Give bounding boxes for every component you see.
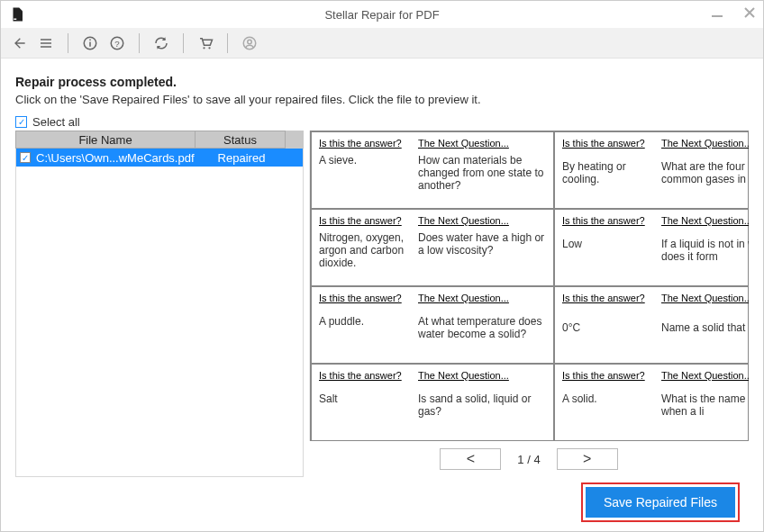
svg-rect-3 xyxy=(89,39,91,41)
card-answer: A puddle. xyxy=(319,315,409,348)
separator xyxy=(139,33,140,53)
row-filename: C:\Users\Own...wMeCards.pdf xyxy=(34,151,196,165)
close-button[interactable] xyxy=(741,5,758,21)
answer-header: Is this the answer? xyxy=(562,215,652,234)
app-logo-icon xyxy=(8,5,26,23)
svg-point-9 xyxy=(248,40,252,44)
page-subtext: Click on the 'Save Repaired Files' to sa… xyxy=(15,93,749,106)
prev-page-button[interactable]: < xyxy=(440,448,501,470)
question-header: The Next Question... xyxy=(661,138,749,157)
preview-card: Is this the answer?The Next Question...0… xyxy=(554,286,749,364)
row-status: Repaired xyxy=(196,151,286,165)
refresh-icon[interactable] xyxy=(152,34,170,52)
menu-icon[interactable] xyxy=(37,34,55,52)
card-question: At what temperature does water become a … xyxy=(418,315,546,348)
separator xyxy=(183,33,184,53)
pdf-page-preview: Is this the answer?The Next Question...A… xyxy=(310,131,749,441)
select-all-label: Select all xyxy=(32,115,80,129)
question-header: The Next Question... xyxy=(418,138,546,150)
select-all-checkbox[interactable]: ✓ xyxy=(15,116,27,128)
table-row[interactable]: ✓ C:\Users\Own...wMeCards.pdf Repaired xyxy=(16,149,303,167)
card-question: Is sand a solid, liquid or gas? xyxy=(418,392,546,426)
answer-header: Is this the answer? xyxy=(319,215,409,228)
page-counter: 1 / 4 xyxy=(517,453,540,466)
user-icon[interactable] xyxy=(241,34,259,52)
table-header: File Name Status xyxy=(15,131,304,149)
question-header: The Next Question... xyxy=(418,215,546,228)
svg-rect-2 xyxy=(89,41,91,46)
separator xyxy=(227,33,228,53)
card-question: Does water have a high or a low viscosit… xyxy=(418,231,546,271)
question-header: The Next Question... xyxy=(661,215,749,234)
titlebar: Stellar Repair for PDF xyxy=(1,1,763,28)
svg-point-7 xyxy=(208,47,210,49)
card-question: What are the four common gases in xyxy=(661,160,749,194)
page-heading: Repair process completed. xyxy=(15,75,749,89)
card-question: What is the name process when a li xyxy=(661,392,749,426)
toolbar: ? xyxy=(1,28,763,59)
question-header: The Next Question... xyxy=(661,293,749,318)
separator xyxy=(68,33,68,53)
preview-card: Is this the answer?The Next Question...S… xyxy=(311,364,554,441)
row-checkbox[interactable]: ✓ xyxy=(16,152,34,163)
card-answer: Low xyxy=(562,238,652,271)
next-page-button[interactable]: > xyxy=(557,448,618,470)
preview-card: Is this the answer?The Next Question...A… xyxy=(311,286,554,364)
preview-card: Is this the answer?The Next Question...L… xyxy=(554,209,749,286)
svg-point-6 xyxy=(203,47,205,49)
card-answer: Nitrogen, oxygen, argon and carbon dioxi… xyxy=(319,231,409,271)
answer-header: Is this the answer? xyxy=(562,293,652,318)
minimize-button[interactable] xyxy=(709,5,725,21)
card-question: Name a solid that poured. xyxy=(661,321,749,348)
answer-header: Is this the answer? xyxy=(319,138,409,150)
card-question: How can materials be changed from one st… xyxy=(418,154,546,194)
file-list-pane: File Name Status ✓ C:\Users\Own...wMeCar… xyxy=(15,131,304,477)
card-answer: Salt xyxy=(319,392,409,426)
col-status[interactable]: Status xyxy=(196,131,286,149)
svg-rect-0 xyxy=(712,15,723,17)
app-title: Stellar Repair for PDF xyxy=(1,8,763,22)
help-icon[interactable]: ? xyxy=(108,34,126,52)
card-question: If a liquid is not in what does it form xyxy=(661,238,749,271)
answer-header: Is this the answer? xyxy=(319,293,409,311)
answer-header: Is this the answer? xyxy=(319,370,409,389)
question-header: The Next Question... xyxy=(661,370,749,389)
cart-icon[interactable] xyxy=(196,34,214,52)
card-answer: A sieve. xyxy=(319,154,409,194)
info-icon[interactable] xyxy=(81,34,99,52)
question-header: The Next Question... xyxy=(418,370,546,389)
save-repaired-files-button[interactable]: Save Repaired Files xyxy=(586,487,735,518)
preview-scroll[interactable]: Is this the answer?The Next Question...A… xyxy=(309,131,749,441)
preview-card: Is this the answer?The Next Question...N… xyxy=(311,209,554,286)
card-answer: A solid. xyxy=(562,392,652,426)
preview-card: Is this the answer?The Next Question...A… xyxy=(311,131,554,209)
card-answer: 0°C xyxy=(562,321,652,348)
preview-card: Is this the answer?The Next Question...B… xyxy=(554,131,749,209)
save-button-highlight: Save Repaired Files xyxy=(581,482,740,522)
answer-header: Is this the answer? xyxy=(562,138,652,157)
back-icon[interactable] xyxy=(10,34,28,52)
app-window: Stellar Repair for PDF ? xyxy=(0,0,764,532)
preview-card: Is this the answer?The Next Question...A… xyxy=(554,364,749,441)
preview-pane: Is this the answer?The Next Question...A… xyxy=(309,131,749,477)
svg-text:?: ? xyxy=(114,38,120,48)
question-header: The Next Question... xyxy=(418,293,546,311)
card-answer: By heating or cooling. xyxy=(562,160,652,194)
answer-header: Is this the answer? xyxy=(562,370,652,389)
col-filename[interactable]: File Name xyxy=(15,131,196,149)
